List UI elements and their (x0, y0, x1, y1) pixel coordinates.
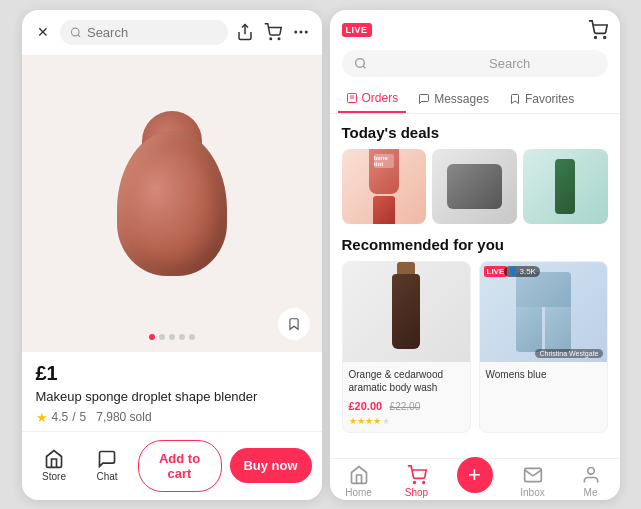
pants-waist (516, 272, 571, 307)
host-avatar-badge: Christina Westgate (535, 349, 602, 358)
close-button[interactable]: ✕ (34, 23, 52, 41)
pants (516, 272, 571, 352)
right-nav-me-label: Me (584, 487, 598, 498)
rating-separator: / (72, 410, 75, 424)
svg-point-0 (71, 28, 79, 36)
right-bottom-nav: Home Shop + Inbox Me (330, 458, 620, 500)
tab-favorites-label: Favorites (525, 92, 574, 106)
pants-leg-left (516, 307, 542, 352)
deals-section-title: Today's deals (342, 124, 608, 141)
rating-value: 4.5 (52, 410, 69, 424)
rec-card-1[interactable]: Orange & cedarwood aramatic body wash £2… (342, 261, 471, 433)
svg-point-6 (299, 31, 302, 34)
left-header: ✕ (22, 10, 322, 56)
more-icon[interactable] (292, 23, 310, 41)
header-icons (236, 23, 310, 41)
deal-product-bottle (555, 159, 575, 214)
tab-favorites[interactable]: Favorites (501, 85, 582, 113)
dot-1 (149, 334, 155, 340)
right-nav-inbox-label: Inbox (520, 487, 544, 498)
cart-icon-right[interactable] (588, 20, 608, 40)
tab-orders[interactable]: Orders (338, 85, 407, 113)
store-nav-item[interactable]: Store (32, 449, 77, 482)
tab-messages[interactable]: Messages (410, 85, 497, 113)
orders-icon (346, 92, 358, 104)
chat-nav-item[interactable]: Chat (85, 449, 130, 482)
blender-body (117, 131, 227, 276)
tab-messages-label: Messages (434, 92, 489, 106)
nav-tabs: Orders Messages Favorites (330, 85, 620, 114)
favorites-icon (509, 93, 521, 105)
store-icon (44, 449, 64, 469)
svg-line-11 (363, 66, 365, 68)
deal-card-3[interactable] (523, 149, 608, 224)
svg-point-9 (603, 36, 605, 38)
bottom-bar: Store Chat Add to cart Buy now (22, 431, 322, 500)
product-blender (117, 131, 227, 276)
star-icon: ★ (36, 410, 48, 425)
chat-icon (97, 449, 117, 469)
pants-leg-right (545, 307, 571, 352)
svg-point-15 (413, 481, 415, 483)
me-icon (581, 465, 601, 485)
dot-5 (189, 334, 195, 340)
right-nav-plus[interactable]: + (446, 465, 504, 498)
dot-3 (169, 334, 175, 340)
recommended-grid: Orange & cedarwood aramatic body wash £2… (342, 261, 608, 433)
svg-point-4 (278, 38, 280, 40)
right-panel: LIVE Search Orders Messages (330, 10, 620, 500)
image-dots (149, 334, 195, 340)
right-search-icon (354, 57, 367, 70)
product-name: Makeup sponge droplet shape blender (36, 389, 308, 406)
right-nav-shop-label: Shop (405, 487, 428, 498)
pants-legs (516, 307, 571, 352)
right-search-label: Search (489, 56, 596, 71)
right-nav-home-label: Home (345, 487, 372, 498)
product-image-area (22, 56, 322, 352)
search-icon (70, 26, 81, 39)
rec-card-1-price: £20.00 (349, 400, 383, 412)
shop-icon (407, 465, 427, 485)
svg-line-1 (77, 34, 79, 36)
plus-button[interactable]: + (457, 457, 493, 493)
chat-label: Chat (96, 471, 117, 482)
add-to-cart-button[interactable]: Add to cart (138, 440, 222, 492)
right-nav-home[interactable]: Home (330, 465, 388, 498)
rec-card-2-info: Womens blue (480, 362, 607, 389)
deal-card-2[interactable] (432, 149, 517, 224)
search-bar[interactable] (60, 20, 228, 45)
store-label: Store (42, 471, 66, 482)
rec-card-2-name: Womens blue (486, 368, 601, 381)
deals-row: bene tint (342, 149, 608, 224)
buy-now-button[interactable]: Buy now (230, 448, 312, 483)
svg-point-8 (594, 36, 596, 38)
svg-point-10 (355, 58, 364, 67)
right-nav-me[interactable]: Me (562, 465, 620, 498)
right-search-bar[interactable]: Search (342, 50, 608, 77)
product-info: £1 Makeup sponge droplet shape blender ★… (22, 352, 322, 431)
deal-product-coffee (447, 164, 502, 209)
rec-card-1-img (343, 262, 470, 362)
dot-2 (159, 334, 165, 340)
viewers-badge: 👤 3.5K (504, 266, 540, 277)
sold-count: 7,980 sold (96, 410, 151, 424)
right-header: LIVE (330, 10, 620, 50)
cart-icon[interactable] (264, 23, 282, 41)
product-rating: ★ 4.5 / 5 7,980 sold (36, 410, 308, 425)
product-price: £1 (36, 362, 308, 385)
bookmark-button[interactable] (278, 308, 310, 340)
messages-icon (418, 93, 430, 105)
recommended-section-title: Recommended for you (342, 236, 608, 253)
share-icon[interactable] (236, 23, 254, 41)
rec-card-1-info: Orange & cedarwood aramatic body wash £2… (343, 362, 470, 432)
right-content: Today's deals bene tint Recommended for … (330, 114, 620, 458)
right-nav-inbox[interactable]: Inbox (504, 465, 562, 498)
right-nav-shop[interactable]: Shop (388, 465, 446, 498)
deal-card-1[interactable]: bene tint (342, 149, 427, 224)
left-panel: ✕ (22, 10, 322, 500)
svg-point-3 (270, 38, 272, 40)
dot-4 (179, 334, 185, 340)
search-input[interactable] (87, 25, 218, 40)
svg-point-16 (422, 481, 424, 483)
rec-card-2[interactable]: LIVE 👤 3.5K Christina Westgate Womens bl… (479, 261, 608, 433)
